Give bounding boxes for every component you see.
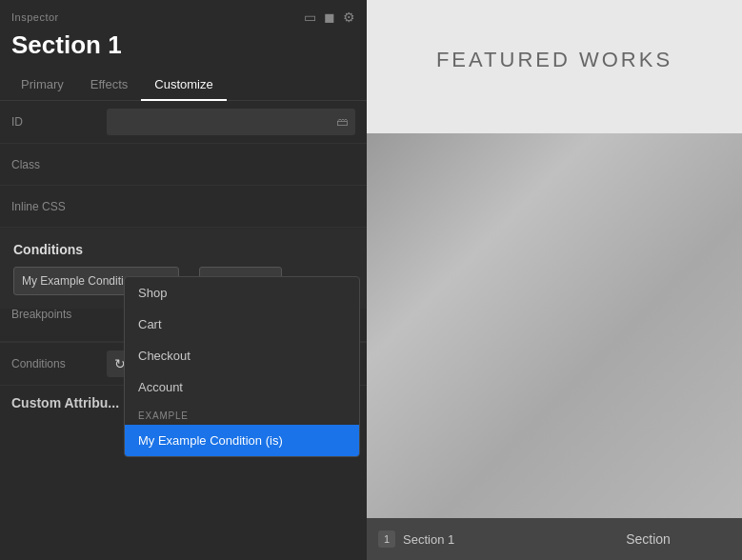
- inspector-header: Inspector ▭ ◼ ⚙: [0, 0, 367, 29]
- dropdown-item-shop[interactable]: Shop: [125, 277, 359, 309]
- copy-icon[interactable]: ▭: [304, 10, 316, 25]
- inspector-icon-group: ▭ ◼ ⚙: [304, 10, 355, 25]
- section-footer-label: Section: [554, 518, 742, 560]
- id-label: ID: [11, 115, 107, 129]
- right-panel: FEATURED WORKS 1 Section 1 Section: [367, 0, 742, 560]
- condition-dropdown-list: Shop Cart Checkout Account EXAMPLE My Ex…: [124, 276, 360, 457]
- image-placeholder: [367, 133, 742, 518]
- section-text: Section: [626, 531, 671, 547]
- tab-customize[interactable]: Customize: [141, 70, 226, 101]
- dropdown-item-my-example[interactable]: My Example Condition (is): [125, 425, 359, 456]
- dropdown-item-account[interactable]: Account: [125, 371, 359, 403]
- dropdown-item-cart[interactable]: Cart: [125, 309, 359, 340]
- tab-effects[interactable]: Effects: [77, 70, 142, 101]
- tab-primary[interactable]: Primary: [8, 70, 77, 101]
- inline-css-row: Inline CSS: [0, 186, 367, 228]
- featured-works-title: FEATURED WORKS: [436, 29, 672, 72]
- inspector-panel: Inspector ▭ ◼ ⚙ Section 1 Primary Effect…: [0, 0, 367, 560]
- conditions-dialog-title: Conditions: [13, 242, 353, 257]
- id-input-wrapper[interactable]: 🗃: [107, 109, 355, 135]
- breadcrumb-section-label: Section 1: [403, 532, 454, 547]
- inline-css-label: Inline CSS: [11, 200, 107, 213]
- dropdown-item-checkout[interactable]: Checkout: [125, 340, 359, 371]
- layers-icon[interactable]: ◼: [324, 10, 335, 25]
- id-input[interactable]: [114, 115, 336, 129]
- id-row: ID 🗃: [0, 101, 367, 144]
- conditions-label: Conditions: [11, 357, 107, 370]
- section-title: Section 1: [0, 29, 367, 70]
- class-row: Class: [0, 144, 367, 186]
- tab-bar: Primary Effects Customize: [0, 70, 367, 101]
- breadcrumb-number: 1: [378, 530, 395, 548]
- dropdown-section-example-label: EXAMPLE: [125, 403, 359, 425]
- featured-title-text: FEATURED WORKS: [436, 29, 672, 72]
- settings-icon[interactable]: ⚙: [343, 10, 355, 25]
- inspector-label: Inspector: [11, 11, 59, 23]
- image-area: [367, 133, 742, 518]
- class-label: Class: [11, 158, 107, 171]
- database-icon: 🗃: [336, 115, 348, 129]
